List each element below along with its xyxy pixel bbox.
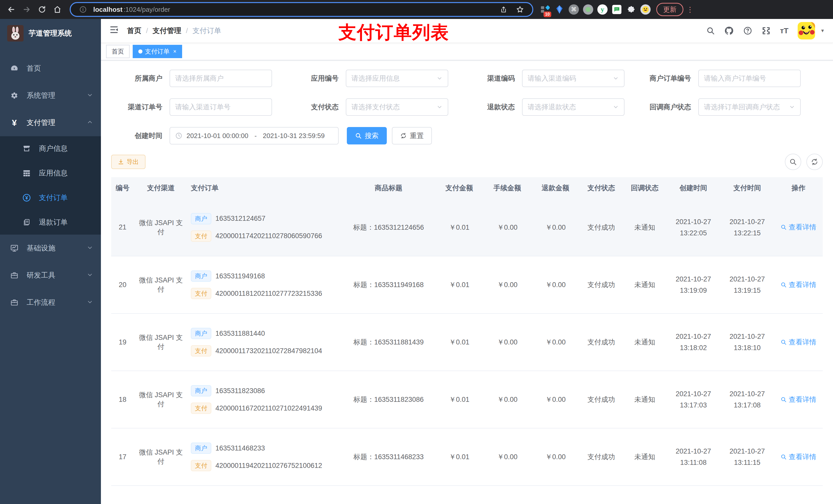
table-row[interactable]: 21 微信 JSAPI 支付 商户1635312124657 支付4200001… [111, 199, 823, 256]
yen-icon: ¥ [8, 118, 21, 128]
merchant-order-no-input[interactable] [698, 70, 801, 87]
chevron-down-icon [613, 74, 619, 83]
documents-icon [21, 218, 33, 226]
table-row-partial[interactable]: 商户1635311351796 [111, 485, 823, 504]
table-row[interactable]: 18 微信 JSAPI 支付 商户1635311823086 支付4200001… [111, 371, 823, 428]
fullscreen-icon[interactable] [762, 26, 771, 35]
reset-button[interactable]: 重置 [392, 127, 432, 144]
sidebar-item-app-info[interactable]: 应用信息 [0, 161, 101, 186]
merchant-tag: 商户 [191, 328, 211, 339]
view-detail-link[interactable]: 查看详情 [781, 280, 816, 289]
sidebar-item-pay[interactable]: ¥ 支付管理 [0, 109, 101, 136]
avatar[interactable] [798, 22, 815, 40]
extension-command-icon[interactable]: ⌘ [568, 4, 579, 15]
sidebar-menu: 首页 系统管理 ¥ 支付管理 商户信息 [0, 48, 101, 316]
sidebar-item-system[interactable]: 系统管理 [0, 82, 101, 109]
sidebar-item-pay-order[interactable]: 支付订单 [0, 186, 101, 210]
bookmark-star-icon[interactable] [514, 3, 526, 16]
breadcrumb-pay[interactable]: 支付管理 [153, 26, 181, 35]
back-icon[interactable] [5, 3, 18, 16]
tags-view: 首页 支付订单 × [101, 43, 833, 61]
table-row[interactable]: 20 微信 JSAPI 支付 商户1635311949168 支付4200001… [111, 256, 823, 313]
pay-status-select[interactable]: 请选择支付状态 [346, 98, 448, 116]
tag-pay-order[interactable]: 支付订单 × [133, 45, 182, 58]
yen-circle-icon [21, 193, 33, 202]
filter-label-channel-order-no: 渠道订单号 [111, 102, 162, 112]
pay-order-table: 编号 支付渠道 支付订单 商品标题 支付金额 手续金额 退款金额 支付状态 回调… [111, 177, 823, 504]
search-button[interactable]: 搜索 [347, 127, 387, 144]
app-title: 芋道管理系统 [29, 28, 72, 38]
refresh-button[interactable] [806, 154, 823, 170]
share-icon[interactable] [497, 3, 510, 16]
chevron-down-icon [87, 272, 93, 279]
extension-chat-icon[interactable] [611, 4, 622, 15]
filter-label-app-no: 应用编号 [287, 74, 339, 83]
github-icon[interactable] [724, 26, 734, 35]
url-path: :1024/pay/order [123, 6, 170, 14]
sidebar-item-workflow[interactable]: 工作流程 [0, 289, 101, 316]
tag-close-icon[interactable]: × [173, 48, 176, 55]
forward-icon[interactable] [21, 3, 33, 16]
extension-tabs-icon[interactable]: 10 [540, 4, 551, 15]
filter-label-create-time: 创建时间 [111, 131, 162, 140]
col-pay-order: 支付订单 [188, 177, 342, 199]
col-refund: 退款金额 [531, 177, 580, 199]
toggle-search-button[interactable] [785, 154, 801, 170]
channel-code-select[interactable]: 请输入渠道编码 [522, 70, 624, 87]
chevron-down-icon [87, 245, 93, 252]
reload-icon[interactable] [36, 3, 48, 16]
logo-row[interactable]: 芋道管理系统 [0, 19, 101, 48]
avatar-caret-icon[interactable]: ▼ [820, 28, 825, 33]
extension-puzzle-icon[interactable] [625, 4, 637, 15]
extension-emoji-icon[interactable] [640, 4, 651, 15]
export-button[interactable]: 导出 [111, 155, 145, 169]
view-detail-link[interactable]: 查看详情 [781, 395, 816, 404]
col-create-time: 创建时间 [667, 177, 720, 199]
site-info-icon[interactable] [77, 3, 89, 16]
merchant-tag: 商户 [191, 270, 211, 282]
sidebar-item-merchant-info[interactable]: 商户信息 [0, 136, 101, 161]
table-row[interactable]: 19 微信 JSAPI 支付 商户1635311881440 支付4200001… [111, 313, 823, 371]
browser-update-button[interactable]: 更新 [656, 3, 684, 16]
merchant-tag: 商户 [191, 385, 211, 397]
view-detail-link[interactable]: 查看详情 [781, 452, 816, 461]
breadcrumb-home[interactable]: 首页 [127, 26, 141, 35]
active-dot [138, 49, 142, 53]
app-no-select[interactable]: 请选择应用信息 [346, 70, 448, 87]
help-icon[interactable] [743, 26, 752, 35]
sidebar-item-infra[interactable]: 基础设施 [0, 235, 101, 262]
filter-label-notify-status: 回调商户状态 [640, 102, 691, 112]
extension-gem-icon[interactable] [554, 4, 565, 15]
pay-tag: 支付 [191, 288, 211, 299]
extension-record-icon[interactable] [582, 4, 594, 15]
extension-y-icon[interactable]: y [597, 4, 608, 15]
merchant-input[interactable] [170, 70, 272, 87]
col-action: 操作 [774, 177, 823, 199]
browser-menu-icon[interactable]: ⋮ [687, 5, 694, 14]
col-channel: 支付渠道 [134, 177, 188, 199]
page-content: 所属商户 应用编号 请选择应用信息 渠道编码 请输入渠道编码 [101, 61, 833, 504]
sidebar-item-refund-order[interactable]: 退款订单 [0, 210, 101, 235]
grid-icon [21, 169, 33, 177]
create-time-range-picker[interactable]: 2021-10-01 00:00:00 - 2021-10-31 23:59:5… [170, 127, 339, 144]
refund-status-select[interactable]: 请选择退款状态 [522, 98, 624, 116]
breadcrumb: 首页 / 支付管理 / 支付订单 [127, 26, 221, 35]
table-row[interactable]: 17 微信 JSAPI 支付 商户1635311468233 支付4200001… [111, 428, 823, 485]
channel-order-no-input[interactable] [170, 98, 272, 116]
pay-tag: 支付 [191, 231, 211, 242]
col-id: 编号 [111, 177, 134, 199]
tag-home[interactable]: 首页 [106, 45, 129, 58]
view-detail-link[interactable]: 查看详情 [781, 338, 816, 347]
url-bar[interactable]: localhost :1024/pay/order [70, 2, 533, 17]
font-size-icon[interactable]: ᴛT [780, 26, 788, 35]
notify-status-select[interactable]: 请选择订单回调商户状态 [698, 98, 801, 116]
view-detail-link[interactable]: 查看详情 [781, 222, 816, 232]
col-title: 商品标题 [342, 177, 435, 199]
search-icon[interactable] [706, 26, 715, 35]
pay-tag: 支付 [191, 460, 211, 471]
sidebar-item-home[interactable]: 首页 [0, 55, 101, 82]
home-icon[interactable] [51, 3, 64, 16]
col-fee: 手续金额 [483, 177, 531, 199]
hamburger-icon[interactable] [109, 25, 119, 37]
sidebar-item-dev-tools[interactable]: 研发工具 [0, 262, 101, 289]
